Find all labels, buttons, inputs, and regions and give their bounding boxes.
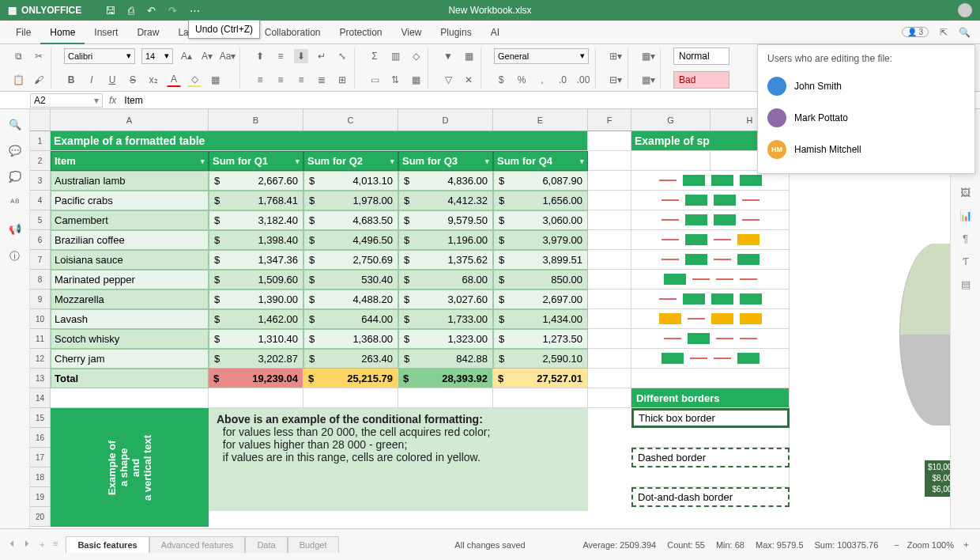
cell[interactable]: $4,836.00 <box>398 171 493 191</box>
tab-draw[interactable]: Draw <box>127 21 168 44</box>
undo-icon[interactable]: ↶ <box>147 5 156 17</box>
cell[interactable] <box>588 329 631 349</box>
cell[interactable] <box>588 369 631 388</box>
number-format-select[interactable]: General▾ <box>494 48 589 64</box>
tab-protection[interactable]: Protection <box>330 21 392 44</box>
cell[interactable]: $1,509.60 <box>209 270 303 289</box>
named-ranges-icon[interactable]: ▭ <box>368 73 382 87</box>
cell[interactable]: $1,656.00 <box>493 191 588 210</box>
percent-icon[interactable]: % <box>514 73 529 87</box>
cell[interactable]: Sum for Q3▾ <box>398 151 493 171</box>
cell[interactable]: Total <box>51 369 209 388</box>
cell[interactable]: Camembert <box>51 210 209 230</box>
cell[interactable]: $68.00 <box>398 270 493 289</box>
filter-icon[interactable]: ▼ <box>441 49 455 63</box>
print-icon[interactable]: ⎙ <box>128 5 134 17</box>
borders-icon[interactable]: ▦ <box>208 73 222 87</box>
cell[interactable] <box>588 151 631 171</box>
row-header[interactable]: 17 <box>30 448 50 467</box>
cell[interactable]: $1,368.00 <box>303 329 398 349</box>
sheet-list-icon[interactable]: ≡ <box>53 539 58 551</box>
cell[interactable]: $1,347.36 <box>209 250 303 270</box>
select-all-corner[interactable] <box>30 109 51 131</box>
increase-decimal-icon[interactable]: .00 <box>576 73 590 87</box>
tab-plugins[interactable]: Plugins <box>431 21 481 44</box>
zoom-level[interactable]: Zoom 100% <box>907 540 954 550</box>
tab-file[interactable]: File <box>6 21 40 44</box>
row-header[interactable]: 15 <box>30 408 50 428</box>
about-icon[interactable]: ⓘ <box>9 249 20 263</box>
row-header[interactable]: 14 <box>30 388 50 408</box>
subscript-icon[interactable]: x₂ <box>146 73 160 87</box>
align-middle-icon[interactable]: ≡ <box>273 49 288 63</box>
more-icon[interactable]: ⋯ <box>190 5 200 17</box>
search-icon[interactable]: 🔍 <box>959 27 971 38</box>
fill-down-icon[interactable]: ▥ <box>388 49 402 63</box>
cell[interactable] <box>209 388 303 408</box>
align-top-icon[interactable]: ⬆ <box>253 49 267 63</box>
cell[interactable] <box>631 270 790 289</box>
cell[interactable] <box>631 230 790 250</box>
cell[interactable]: $3,060.00 <box>493 210 588 230</box>
sum-icon[interactable]: Σ <box>368 49 382 63</box>
cell[interactable]: $1,310.40 <box>209 329 303 349</box>
font-color-icon[interactable]: A <box>167 73 181 87</box>
column-header[interactable]: D <box>398 109 493 131</box>
current-user-avatar[interactable] <box>958 3 972 17</box>
row-header[interactable]: 9 <box>30 289 50 309</box>
cell[interactable] <box>631 210 790 230</box>
increase-font-icon[interactable]: A▴ <box>179 49 194 63</box>
cell[interactable]: $1,375.62 <box>398 250 493 270</box>
remove-filter-icon[interactable]: ✕ <box>462 73 476 87</box>
cell[interactable]: Brazilian coffee <box>51 230 209 250</box>
italic-button[interactable]: I <box>85 73 99 87</box>
cell[interactable] <box>631 349 790 369</box>
cell-style-bad[interactable]: Bad <box>673 71 729 89</box>
cell[interactable] <box>631 289 790 309</box>
change-case-icon[interactable]: Aa▾ <box>220 49 235 63</box>
cell[interactable]: $4,412.32 <box>398 191 493 210</box>
cell[interactable]: $25,215.79 <box>303 369 398 388</box>
row-header[interactable]: 8 <box>30 270 50 289</box>
font-size-select[interactable]: 14▾ <box>141 48 173 64</box>
cell[interactable]: $2,750.69 <box>303 250 398 270</box>
row-header[interactable]: 11 <box>30 329 50 349</box>
save-icon[interactable]: 🖫 <box>105 5 115 17</box>
cell[interactable]: $1,462.00 <box>209 309 303 329</box>
cell[interactable] <box>588 250 631 270</box>
sheet-tab[interactable]: Budget <box>288 536 339 553</box>
cell[interactable]: Different borders <box>631 388 790 408</box>
cell[interactable]: $3,027.60 <box>398 289 493 309</box>
row-header[interactable]: 18 <box>30 467 50 487</box>
row-header[interactable]: 3 <box>30 171 50 191</box>
paragraph-settings-icon[interactable]: ¶ <box>963 233 968 244</box>
cell[interactable]: $1,390.00 <box>209 289 303 309</box>
row-header[interactable]: 1 <box>30 131 50 151</box>
wrap-text-icon[interactable]: ↵ <box>315 49 329 63</box>
comments-icon[interactable]: 💬 <box>9 145 21 157</box>
cell[interactable] <box>588 388 631 408</box>
cell[interactable]: $4,488.20 <box>303 289 398 309</box>
open-location-icon[interactable]: ⇱ <box>940 27 948 38</box>
cell[interactable]: Sum for Q2▾ <box>303 151 398 171</box>
find-icon[interactable]: 🔍 <box>9 119 21 131</box>
cell[interactable]: $1,768.41 <box>209 191 303 210</box>
align-left-icon[interactable]: ≡ <box>253 73 267 87</box>
comma-icon[interactable]: , <box>535 73 549 87</box>
feedback-icon[interactable]: 📢 <box>9 223 21 235</box>
cell[interactable] <box>631 467 790 487</box>
tab-collaboration[interactable]: Collaboration <box>255 21 330 44</box>
cell[interactable]: Item▾ <box>51 151 209 171</box>
cell-style-normal[interactable]: Normal <box>673 47 729 65</box>
copy-icon[interactable]: ⧉ <box>11 49 25 63</box>
cell[interactable] <box>631 428 790 448</box>
decrease-decimal-icon[interactable]: .0 <box>556 73 570 87</box>
format-table-icon[interactable]: ▦▾ <box>641 49 655 63</box>
cell[interactable]: $4,496.50 <box>303 230 398 250</box>
row-header[interactable]: 16 <box>30 428 50 448</box>
bold-button[interactable]: B <box>64 73 78 87</box>
font-name-select[interactable]: Calibri▾ <box>64 48 135 64</box>
cell[interactable]: $1,323.00 <box>398 329 493 349</box>
row-header[interactable]: 13 <box>30 369 50 388</box>
cell[interactable]: $1,398.40 <box>209 230 303 250</box>
